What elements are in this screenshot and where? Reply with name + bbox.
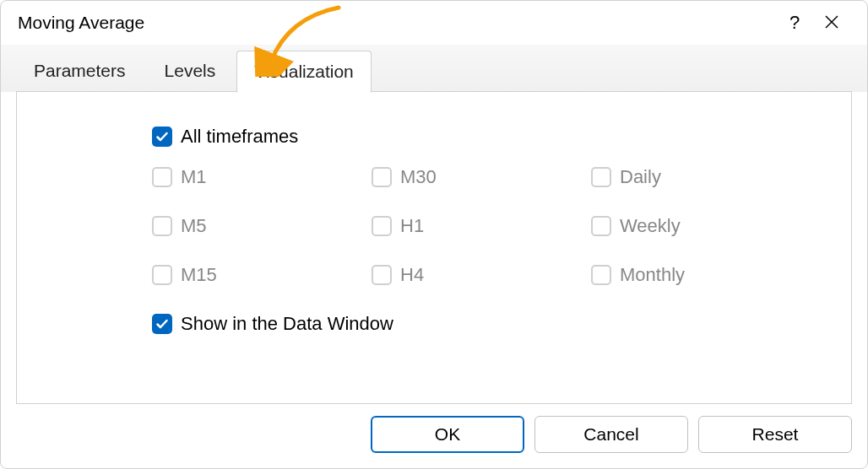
monthly-checkbox[interactable]: [591, 265, 611, 285]
m5-checkbox[interactable]: [152, 216, 172, 236]
timeframes-grid: M1 M30 Daily M5 H1 Weekly: [152, 166, 834, 286]
all-timeframes-label: All timeframes: [181, 126, 298, 148]
titlebar: Moving Average ?: [1, 1, 867, 45]
help-icon: ?: [789, 12, 800, 34]
checkmark-icon: [155, 317, 169, 331]
m15-label: M15: [181, 264, 217, 286]
cancel-button[interactable]: Cancel: [534, 416, 688, 453]
close-icon: [825, 13, 838, 33]
timeframe-monthly[interactable]: Monthly: [591, 264, 811, 286]
tab-levels[interactable]: Levels: [147, 50, 234, 92]
timeframe-m30[interactable]: M30: [372, 166, 591, 188]
button-bar: OK Cancel Reset: [1, 404, 867, 468]
timeframe-weekly[interactable]: Weekly: [591, 215, 811, 237]
tab-parameters[interactable]: Parameters: [16, 50, 144, 92]
tabs: Parameters Levels Visualization: [1, 45, 867, 92]
h4-checkbox[interactable]: [372, 265, 392, 285]
m15-checkbox[interactable]: [152, 265, 172, 285]
checkmark-icon: [155, 130, 169, 143]
timeframe-h4[interactable]: H4: [372, 264, 591, 286]
h4-label: H4: [400, 264, 424, 286]
timeframe-m15[interactable]: M15: [152, 264, 372, 286]
tab-visualization[interactable]: Visualization: [236, 51, 372, 93]
m30-checkbox[interactable]: [372, 167, 392, 187]
show-data-window-row[interactable]: Show in the Data Window: [152, 313, 834, 335]
weekly-checkbox[interactable]: [591, 216, 611, 236]
timeframe-m5[interactable]: M5: [152, 215, 372, 237]
all-timeframes-row[interactable]: All timeframes: [152, 126, 834, 148]
daily-label: Daily: [620, 166, 661, 188]
h1-label: H1: [400, 215, 424, 237]
show-data-window-checkbox[interactable]: [152, 314, 172, 334]
monthly-label: Monthly: [620, 264, 685, 286]
dialog-title: Moving Average: [18, 13, 776, 33]
daily-checkbox[interactable]: [591, 167, 611, 187]
show-data-window-label: Show in the Data Window: [181, 313, 393, 335]
m1-checkbox[interactable]: [152, 167, 172, 187]
h1-checkbox[interactable]: [372, 216, 392, 236]
weekly-label: Weekly: [620, 215, 681, 237]
all-timeframes-checkbox[interactable]: [152, 127, 172, 147]
ok-button[interactable]: OK: [371, 416, 524, 453]
m1-label: M1: [181, 166, 207, 188]
close-button[interactable]: [813, 4, 850, 41]
visualization-panel: All timeframes M1 M30 Daily M5 H1: [16, 91, 852, 404]
moving-average-dialog: Moving Average ? Parameters Levels Visua…: [0, 0, 868, 469]
m30-label: M30: [400, 166, 437, 188]
timeframe-h1[interactable]: H1: [372, 215, 591, 237]
timeframe-daily[interactable]: Daily: [591, 166, 811, 188]
m5-label: M5: [181, 215, 207, 237]
timeframe-m1[interactable]: M1: [152, 166, 372, 188]
reset-button[interactable]: Reset: [698, 416, 852, 453]
help-button[interactable]: ?: [776, 4, 813, 41]
